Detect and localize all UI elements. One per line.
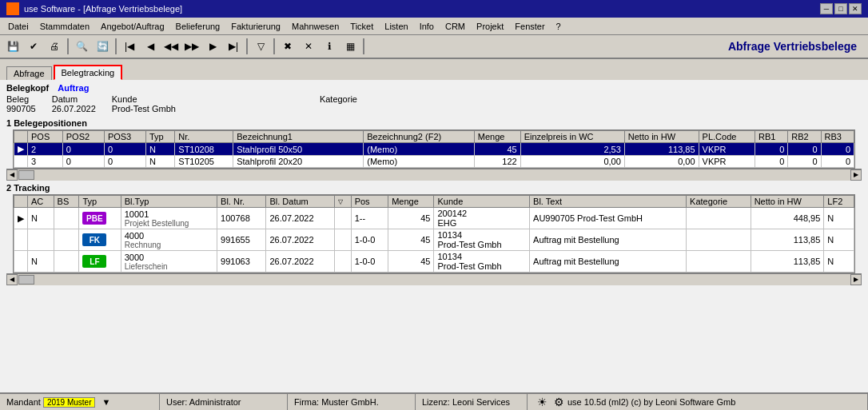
mandant-dropdown-icon[interactable]: ▼ <box>102 397 110 407</box>
menu-crm[interactable]: CRM <box>440 20 470 33</box>
window-controls[interactable]: ─ □ ✕ <box>820 3 862 14</box>
tracking-hscroll-right-btn[interactable]: ▶ <box>850 274 862 285</box>
tracking-table-container[interactable]: AC BS Typ Bl.Typ Bl. Nr. Bl. Datum ▽ Pos… <box>13 194 855 273</box>
menu-datei[interactable]: Datei <box>3 20 34 33</box>
toolbar-next-button[interactable]: ▶ <box>203 37 222 56</box>
menu-ticket[interactable]: Ticket <box>345 20 378 33</box>
belegkopf-fields: Beleg 990705 Datum 26.07.2022 Kunde Prod… <box>6 94 862 113</box>
col-bez1[interactable]: Bezeichnung1 <box>233 131 364 143</box>
hscroll-right-btn[interactable]: ▶ <box>850 169 862 181</box>
toolbar-next2-button[interactable]: ▶▶ <box>182 37 201 56</box>
tcell-typ: LF <box>79 251 121 273</box>
tcol-bltyp[interactable]: Bl.Typ <box>121 196 217 208</box>
col-pos3[interactable]: POS3 <box>104 131 145 143</box>
tcol-filter-icon[interactable]: ▽ <box>335 196 351 208</box>
table-row[interactable]: ▶ N PBE 10001 Projekt Bestellung 100768 … <box>14 208 854 229</box>
tcol-kunde[interactable]: Kunde <box>434 196 530 208</box>
hscroll-thumb[interactable] <box>18 170 34 180</box>
toolbar-first-button[interactable]: |◀ <box>120 37 139 56</box>
tcol-bltext[interactable]: Bl. Text <box>530 196 687 208</box>
firma-value: Firma: Muster GmbH. <box>294 397 379 407</box>
hscroll-track[interactable] <box>18 169 850 181</box>
kategorie-field-col: Kategorie <box>320 94 357 113</box>
col-pos[interactable]: POS <box>28 131 63 143</box>
toolbar-grid-button[interactable]: ▦ <box>340 37 360 56</box>
toolbar-last-button[interactable]: ▶| <box>224 37 243 56</box>
tracking-hscrollbar[interactable]: ◀ ▶ <box>6 273 862 285</box>
tracking-hscroll-track[interactable] <box>18 274 850 285</box>
table-row[interactable]: ▶ 2 0 0 N ST10208 Stahlprofil 50x50 (Mem… <box>14 143 854 156</box>
cell-plcode: VKPR <box>699 156 755 168</box>
restore-button[interactable]: □ <box>834 3 847 14</box>
col-rb1[interactable]: RB1 <box>755 131 787 143</box>
col-bez2[interactable]: Bezeichnung2 (F2) <box>364 131 475 143</box>
toolbar-info-button[interactable]: ℹ <box>320 37 339 56</box>
tracking-hscroll-left-btn[interactable]: ◀ <box>6 274 18 285</box>
status-lizenz: Lizenz: Leoni Services <box>416 394 528 410</box>
tcol-ac[interactable]: AC <box>28 196 54 208</box>
col-plcode[interactable]: PL.Code <box>699 131 755 143</box>
belegpos-hscrollbar[interactable]: ◀ ▶ <box>6 169 862 180</box>
tcol-netto[interactable]: Netto in HW <box>751 196 824 208</box>
menu-mahnwesen[interactable]: Mahnwesen <box>287 20 344 33</box>
toolbar-delete-button[interactable]: ✖ <box>278 37 297 56</box>
hscroll-left-btn[interactable]: ◀ <box>6 169 18 181</box>
col-nr[interactable]: Nr. <box>175 131 233 143</box>
tracking-hscroll-thumb[interactable] <box>18 275 34 285</box>
row-indicator: ▶ <box>14 143 28 156</box>
tcol-kategorie[interactable]: Kategorie <box>687 196 751 208</box>
tcol-lf2[interactable]: LF2 <box>824 196 854 208</box>
tcol-pos[interactable]: Pos <box>351 196 388 208</box>
toolbar-filter-button[interactable]: ▽ <box>251 37 270 56</box>
toolbar-check-button[interactable]: ✔ <box>24 37 43 56</box>
menu-projekt[interactable]: Projekt <box>472 20 508 33</box>
col-pos2[interactable]: POS2 <box>62 131 104 143</box>
toolbar-title: Abfrage Vertriebsbelege <box>368 40 865 53</box>
tcell-blnr: 991063 <box>217 251 266 273</box>
col-typ[interactable]: Typ <box>146 131 175 143</box>
menu-stammdaten[interactable]: Stammdaten <box>35 20 94 33</box>
table-row[interactable]: 3 0 0 N ST10205 Stahlprofil 20x20 (Memo)… <box>14 156 854 168</box>
menu-help[interactable]: ? <box>551 20 566 33</box>
tcell-empty <box>335 251 351 273</box>
cell-menge: 45 <box>474 143 520 156</box>
cell-typ: N <box>146 156 175 168</box>
menu-fenster[interactable]: Fenster <box>510 20 549 33</box>
tcol-typ[interactable]: Typ <box>79 196 121 208</box>
table-row[interactable]: N LF 3000 Lieferschein 991063 26.07.2022… <box>14 251 854 273</box>
menu-listen[interactable]: Listen <box>380 20 412 33</box>
tcol-bldatum[interactable]: Bl. Datum <box>266 196 335 208</box>
tcell-empty <box>335 229 351 251</box>
tcol-bs[interactable]: BS <box>54 196 79 208</box>
col-einzelpreis[interactable]: Einzelpreis in WC <box>520 131 624 143</box>
mandant-label: Mandant <box>6 397 41 407</box>
table-row[interactable]: FK 4000 Rechnung 991655 26.07.2022 1-0-0… <box>14 229 854 251</box>
tcell-bltyp: 10001 Projekt Bestellung <box>121 208 217 229</box>
menu-info[interactable]: Info <box>415 20 439 33</box>
belegpositionen-table-container[interactable]: POS POS2 POS3 Typ Nr. Bezeichnung1 Bezei… <box>13 129 855 169</box>
tcol-blnr[interactable]: Bl. Nr. <box>217 196 266 208</box>
cell-rb1: 0 <box>755 156 787 168</box>
close-button[interactable]: ✕ <box>849 3 862 14</box>
menu-fakturierung[interactable]: Fakturierung <box>226 20 285 33</box>
minimize-button[interactable]: ─ <box>820 3 833 14</box>
col-netto[interactable]: Netto in HW <box>624 131 699 143</box>
cell-einzelpreis: 2,53 <box>520 143 624 156</box>
col-menge[interactable]: Menge <box>474 131 520 143</box>
menu-belieferung[interactable]: Belieferung <box>171 20 225 33</box>
tcol-menge[interactable]: Menge <box>388 196 434 208</box>
menu-angebot-auftrag[interactable]: Angebot/Auftrag <box>96 20 169 33</box>
col-rb3[interactable]: RB3 <box>821 131 854 143</box>
toolbar-x-button[interactable]: ✕ <box>299 37 318 56</box>
col-rb2[interactable]: RB2 <box>788 131 821 143</box>
toolbar-refresh-button[interactable]: 🔄 <box>93 37 112 56</box>
toolbar-prev-button[interactable]: ◀ <box>141 37 160 56</box>
tab-abfrage[interactable]: Abfrage <box>6 66 52 80</box>
toolbar-prev2-button[interactable]: ◀◀ <box>161 37 181 56</box>
toolbar-search-button[interactable]: 🔍 <box>72 37 91 56</box>
datum-value: 26.07.2022 <box>52 104 96 113</box>
toolbar-print-button[interactable]: 🖨 <box>45 37 64 56</box>
cell-bez2: (Memo) <box>364 156 475 168</box>
tab-belegtracking[interactable]: Belegtracking <box>54 65 123 80</box>
toolbar-save-button[interactable]: 💾 <box>3 37 22 56</box>
